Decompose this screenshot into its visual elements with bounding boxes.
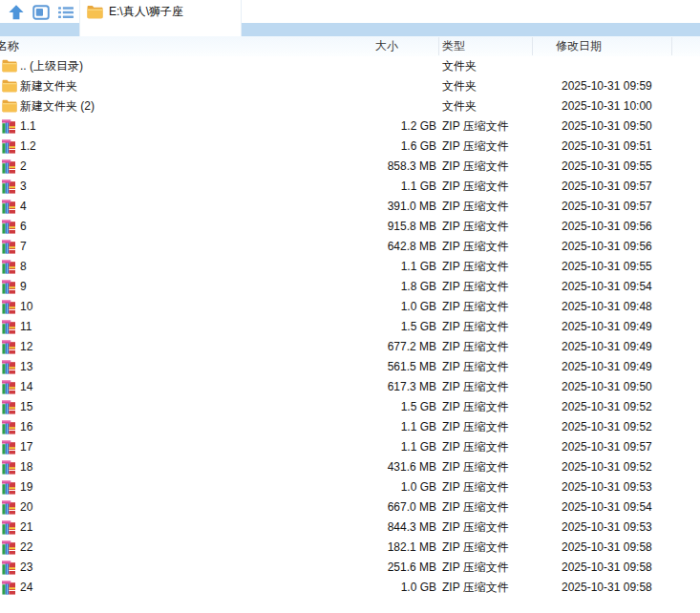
file-type: ZIP 压缩文件 <box>442 457 509 477</box>
zip-archive-icon <box>2 499 17 515</box>
file-row[interactable]: 2 858.3 MB ZIP 压缩文件 2025-10-31 09:55 <box>0 157 700 177</box>
file-row[interactable]: 14 617.3 MB ZIP 压缩文件 2025-10-31 09:50 <box>0 377 700 397</box>
file-name: 2 <box>20 157 27 177</box>
file-type: ZIP 压缩文件 <box>442 297 509 317</box>
file-type: ZIP 压缩文件 <box>442 137 509 157</box>
file-type: ZIP 压缩文件 <box>442 157 509 177</box>
file-name: 22 <box>20 538 32 558</box>
file-modified-date: 2025-10-31 09:49 <box>562 317 652 337</box>
file-modified-date: 2025-10-31 09:56 <box>562 217 652 237</box>
file-row[interactable]: 21 844.3 MB ZIP 压缩文件 2025-10-31 09:53 <box>0 518 700 538</box>
file-row[interactable]: 1.2 1.6 GB ZIP 压缩文件 2025-10-31 09:51 <box>0 137 700 157</box>
file-name: 14 <box>20 377 32 397</box>
file-row[interactable]: 23 251.6 MB ZIP 压缩文件 2025-10-31 09:58 <box>0 558 700 578</box>
file-row[interactable]: 6 915.8 MB ZIP 压缩文件 2025-10-31 09:56 <box>0 217 700 237</box>
zip-archive-icon <box>2 279 17 294</box>
file-name: 17 <box>20 437 32 457</box>
file-type: ZIP 压缩文件 <box>442 417 509 437</box>
file-row[interactable]: 18 431.6 MB ZIP 压缩文件 2025-10-31 09:52 <box>0 457 700 477</box>
file-type: ZIP 压缩文件 <box>442 497 509 518</box>
file-row[interactable]: 20 667.0 MB ZIP 压缩文件 2025-10-31 09:54 <box>0 497 700 518</box>
file-name: 3 <box>20 177 27 197</box>
list-view-icon <box>57 4 74 21</box>
file-size: 858.3 MB <box>286 157 436 177</box>
folder-icon <box>2 78 17 94</box>
file-modified-date: 2025-10-31 09:49 <box>562 337 652 357</box>
list-view-button[interactable] <box>56 3 75 22</box>
file-row[interactable]: 1.1 1.2 GB ZIP 压缩文件 2025-10-31 09:50 <box>0 116 700 137</box>
file-row[interactable]: 4 391.0 MB ZIP 压缩文件 2025-10-31 09:57 <box>0 197 700 217</box>
file-row[interactable]: 新建文件夹 (2) 文件夹 2025-10-31 10:00 <box>0 96 700 116</box>
file-type: ZIP 压缩文件 <box>442 217 509 237</box>
file-row[interactable]: 新建文件夹 文件夹 2025-10-31 09:59 <box>0 76 700 96</box>
file-name: 7 <box>20 237 27 257</box>
up-arrow-icon <box>8 4 25 21</box>
file-size: 1.8 GB <box>286 277 436 297</box>
zip-archive-icon <box>2 399 17 414</box>
file-row[interactable]: 3 1.1 GB ZIP 压缩文件 2025-10-31 09:57 <box>0 177 700 197</box>
file-size: 1.0 GB <box>286 578 436 598</box>
file-size: 1.1 GB <box>286 177 436 197</box>
file-name: 15 <box>20 397 32 417</box>
file-type: ZIP 压缩文件 <box>442 538 509 558</box>
file-modified-date: 2025-10-31 09:48 <box>562 297 652 317</box>
file-type: ZIP 压缩文件 <box>442 257 509 277</box>
zip-archive-icon <box>2 560 17 575</box>
file-type: ZIP 压缩文件 <box>442 177 509 197</box>
file-row[interactable]: 24 1.0 GB ZIP 压缩文件 2025-10-31 09:58 <box>0 578 700 598</box>
file-row[interactable]: 22 182.1 MB ZIP 压缩文件 2025-10-31 09:58 <box>0 538 700 558</box>
file-size: 1.0 GB <box>286 297 436 317</box>
file-size: 391.0 MB <box>286 197 436 217</box>
file-row[interactable]: 10 1.0 GB ZIP 压缩文件 2025-10-31 09:48 <box>0 297 700 317</box>
file-modified-date: 2025-10-31 09:51 <box>562 137 652 157</box>
file-modified-date: 2025-10-31 09:52 <box>562 397 652 417</box>
file-row[interactable]: 12 677.2 MB ZIP 压缩文件 2025-10-31 09:49 <box>0 337 700 357</box>
file-type: ZIP 压缩文件 <box>442 277 509 297</box>
file-modified-date: 2025-10-31 09:54 <box>562 497 652 518</box>
file-row[interactable]: 19 1.0 GB ZIP 压缩文件 2025-10-31 09:53 <box>0 477 700 497</box>
file-name: 20 <box>20 497 32 518</box>
file-name: 1.2 <box>20 137 36 157</box>
zip-archive-icon <box>2 519 17 535</box>
file-name: 13 <box>20 357 32 377</box>
file-row[interactable]: 13 561.5 MB ZIP 压缩文件 2025-10-31 09:49 <box>0 357 700 377</box>
zip-archive-icon <box>2 479 17 495</box>
file-name: 24 <box>20 578 32 598</box>
file-size: 642.8 MB <box>286 237 436 257</box>
column-header-date[interactable]: 修改日期 <box>556 36 602 56</box>
file-size: 667.0 MB <box>286 497 436 518</box>
file-type: ZIP 压缩文件 <box>442 116 509 137</box>
up-directory-button[interactable] <box>7 3 26 22</box>
file-name: 16 <box>20 417 32 437</box>
current-path: E:\真人\狮子座 <box>109 0 183 24</box>
thumbnail-view-button[interactable] <box>32 3 51 22</box>
file-type: ZIP 压缩文件 <box>442 357 509 377</box>
file-size: 561.5 MB <box>286 357 436 377</box>
file-row[interactable]: 15 1.5 GB ZIP 压缩文件 2025-10-31 09:52 <box>0 397 700 417</box>
file-modified-date: 2025-10-31 09:52 <box>562 417 652 437</box>
file-name: 18 <box>20 457 32 477</box>
file-type: ZIP 压缩文件 <box>442 317 509 337</box>
file-modified-date: 2025-10-31 09:54 <box>562 277 652 297</box>
file-name: 23 <box>20 558 32 578</box>
file-row[interactable]: 16 1.1 GB ZIP 压缩文件 2025-10-31 09:52 <box>0 417 700 437</box>
file-row[interactable]: 9 1.8 GB ZIP 压缩文件 2025-10-31 09:54 <box>0 277 700 297</box>
file-size <box>286 96 436 116</box>
file-size: 1.6 GB <box>286 137 436 157</box>
file-name: 11 <box>20 317 32 337</box>
file-row[interactable]: .. (上级目录) 文件夹 <box>0 56 700 76</box>
zip-archive-icon <box>2 299 17 314</box>
folder-icon <box>2 98 17 114</box>
file-row[interactable]: 7 642.8 MB ZIP 压缩文件 2025-10-31 09:56 <box>0 237 700 257</box>
file-modified-date: 2025-10-31 09:53 <box>562 518 652 538</box>
file-row[interactable]: 17 1.1 GB ZIP 压缩文件 2025-10-31 09:57 <box>0 437 700 457</box>
file-size: 251.6 MB <box>286 558 436 578</box>
column-header-type[interactable]: 类型 <box>442 36 465 56</box>
file-size: 182.1 MB <box>286 538 436 558</box>
file-list: .. (上级目录) 文件夹 新建文件夹 文件夹 2 <box>0 56 700 598</box>
file-row[interactable]: 8 1.1 GB ZIP 压缩文件 2025-10-31 09:55 <box>0 257 700 277</box>
path-tab[interactable]: E:\真人\狮子座 <box>79 0 242 36</box>
column-header-size[interactable]: 大小 <box>375 36 398 56</box>
file-row[interactable]: 11 1.5 GB ZIP 压缩文件 2025-10-31 09:49 <box>0 317 700 337</box>
column-header-name[interactable]: 名称 <box>0 36 19 56</box>
